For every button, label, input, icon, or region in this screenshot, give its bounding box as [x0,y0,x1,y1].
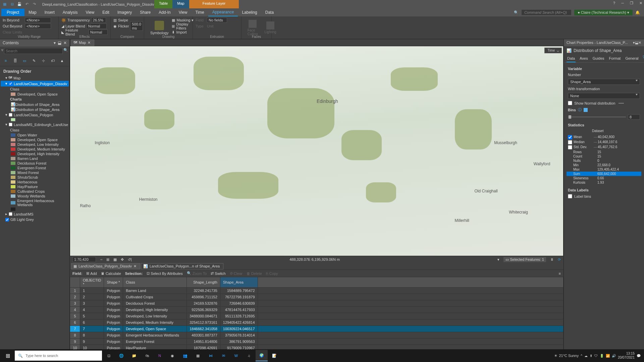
edge-icon[interactable]: 🌐 [115,350,127,361]
refresh-icon[interactable]: ⟳ [558,257,561,262]
maximize-icon[interactable]: ❐ [630,1,633,5]
out-beyond-input[interactable]: <None> [25,23,51,29]
stat-row[interactable]: Nulls0 [568,159,640,163]
chart-tab-general[interactable]: General [625,55,639,62]
list-source-icon[interactable]: 🗄 [11,57,19,64]
volume-icon[interactable]: 🔊 [612,354,616,358]
context-tab-feature-layer[interactable]: Feature Layer [189,0,239,8]
itunes-icon[interactable]: ♫ [243,350,255,361]
transform-dropdown[interactable]: None [568,93,640,99]
class-item[interactable]: Developed, Open Space [1,137,69,142]
table-row[interactable]: 77PolygonDeveloped, Open Space1846662.34… [70,326,564,332]
class-item[interactable]: Barren Land [1,156,69,161]
tab-view[interactable]: View [82,9,98,16]
close-tab-icon[interactable]: ✕ [88,41,91,45]
show-normal-checkbox[interactable] [568,101,572,105]
layer-blend-input[interactable]: Normal [87,23,107,29]
weather-widget[interactable]: ☀ 21°C Sunny [554,354,579,358]
class-item[interactable]: Developed, High Intensity [1,152,69,156]
chart-tab-format[interactable]: Format [608,55,622,62]
open-project-icon[interactable]: ⊟ [9,1,15,7]
add-field-button[interactable]: ⊞ Add [86,271,97,276]
tab-time[interactable]: Time [191,9,208,16]
map-view[interactable]: Edinburgh Musselburgh Wallyford Whitecra… [70,46,564,256]
table-row[interactable]: 66PolygonDeveloped, Medium Intensity3254… [70,319,564,326]
wifi-icon[interactable]: 📶 [606,354,610,358]
stat-row[interactable]: Rows15 [568,150,640,154]
notifications-icon[interactable]: 🔔 [635,10,640,15]
class-item[interactable]: Hay/Pasture [1,184,69,189]
save-icon[interactable]: 💾 [16,1,22,7]
class-item[interactable]: Herbaceous [1,180,69,184]
display-filters-button[interactable]: Display Filters [176,22,194,30]
clock[interactable]: 13:1520/07/2021 [618,352,635,360]
layer-landsat[interactable]: ▾LandsatMS_Edinburgh_LandUse [1,122,69,127]
chart-tab-guides[interactable]: Guides [592,55,605,62]
store-icon[interactable]: 🛍 [141,350,153,361]
list-perspective-icon[interactable]: ▲ [58,57,66,64]
class-item[interactable]: Developed, Medium Intensity [1,147,69,152]
stat-row[interactable]: Count15 [568,154,640,159]
tray-icon[interactable]: ☁ [584,354,588,358]
start-button[interactable]: ⊞ [1,350,14,361]
minimize-icon[interactable]: ─ [621,1,624,5]
stat-row[interactable]: Max129,405,422.4 [568,167,640,172]
stat-row[interactable]: Skewness0.66 [568,176,640,180]
stat-row[interactable]: Min22,668.0 [568,163,640,167]
vscode-icon[interactable]: ⋈ [205,350,217,361]
class-item[interactable]: Evergreen Forest [1,166,69,170]
selected-features[interactable]: ▭ Selected Features: 1 [503,257,546,262]
stat-row[interactable]: Kurtosis1.93 [568,180,640,185]
task-view-icon[interactable]: ⊡ [103,350,115,361]
layer-basemap[interactable]: GB Light Grey [1,217,69,222]
swipe-button[interactable]: Swipe [118,18,128,22]
teams-icon[interactable]: 👥 [179,350,191,361]
layer-polygon[interactable]: ▾LandUseClass_Polygon [1,112,69,118]
notepad-icon[interactable]: 📝 [268,350,280,361]
tray-icon[interactable]: 🛡 [594,354,598,358]
map-tool-icon[interactable]: ▦ [113,257,117,262]
stat-row[interactable]: Std. Dev.—45,407,762.6 [568,145,640,150]
map-tool-icon[interactable]: ·▫ [100,257,102,261]
calculate-button[interactable]: 🖩 Calculate [101,272,121,276]
map-tool-icon[interactable]: ⊞ [106,257,109,262]
class-item[interactable]: Emergent Herbaceous Wetlands [1,198,69,207]
tab-insert[interactable]: Insert [41,9,59,16]
feature-blend-input[interactable]: Normal [89,29,108,35]
tab-labeling[interactable]: Labeling [238,9,261,16]
chart-tab-data[interactable]: Data [567,55,576,62]
table-row[interactable]: 11PolygonBarren Land32248.2417351584889.… [70,288,564,294]
context-tab-map[interactable]: Map [172,0,189,8]
tab-edit[interactable]: Edit [98,9,113,16]
tray-icon[interactable]: 🔋 [600,354,604,358]
transparency-input[interactable]: 26.5% [91,17,106,23]
bins-input[interactable] [628,114,640,120]
table-row[interactable]: 88PolygonEmergent Herbaceous Wetlands483… [70,332,564,339]
class-item[interactable]: Shrub/Scrub [1,175,69,180]
tab-map[interactable]: Map [24,9,40,16]
contents-search[interactable] [4,48,63,54]
menu-icon[interactable]: ≡ [559,272,561,276]
variable-dropdown[interactable]: Shape_Area [568,79,640,85]
help-icon[interactable]: ? [613,1,615,5]
undo-icon[interactable]: ↶ [24,1,30,7]
app-icon[interactable]: ▦ [192,350,204,361]
tab-data[interactable]: Data [261,9,278,16]
tab-project[interactable]: Project [1,9,24,16]
chart-tab-axes[interactable]: Axes [579,55,588,62]
map-view-tab[interactable]: 🗺 Map ✕ [71,40,94,46]
tab-share[interactable]: Share [136,9,155,16]
tab-imagery[interactable]: Imagery [113,9,136,16]
list-editing-icon[interactable]: ✎ [30,57,38,64]
onenote-icon[interactable]: N [154,350,166,361]
class-item[interactable]: Cultivated Crops [1,189,69,194]
table-row[interactable]: 44PolygonDeveloped, High Intensity922506… [70,307,564,313]
masking-button[interactable]: Masking [176,18,190,22]
list-selection-icon[interactable]: ▭ [21,57,28,64]
table-tab-1[interactable]: ▦ LandUseClass_Polygon_Dissolv ✕ [71,263,140,269]
explorer-icon[interactable]: 📁 [128,350,140,361]
tray-chevron-icon[interactable]: ^ [581,354,582,358]
map-tool-icon[interactable]: ✥ [121,257,124,262]
map-node[interactable]: ▾ 🗺 Map [1,75,69,81]
context-tab-table[interactable]: Table [154,0,172,8]
